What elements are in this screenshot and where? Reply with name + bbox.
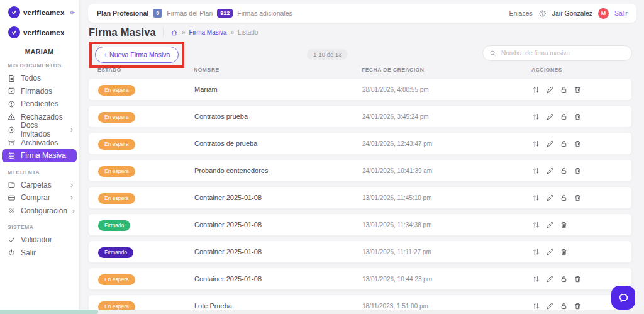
- pagination-label: 1-10 de 13: [307, 49, 348, 60]
- trash-icon[interactable]: [574, 275, 582, 283]
- sidebar-item-docs-invitados[interactable]: Docs invitados ›: [0, 123, 79, 137]
- sidebar-item-label: Firma Masiva: [21, 151, 66, 160]
- help-question-icon[interactable]: [538, 9, 547, 18]
- pencil-icon[interactable]: [546, 275, 554, 283]
- sidebar-item-carpetas[interactable]: Carpetas ›: [0, 179, 79, 192]
- section-label-mi-cuenta: MI CUENTA: [8, 169, 79, 176]
- sort-icon[interactable]: [532, 86, 540, 94]
- trash-icon[interactable]: [574, 86, 582, 94]
- sidebar-item-archivados[interactable]: Archivados: [0, 137, 79, 150]
- sidebar-item-label: Validador: [21, 235, 52, 244]
- row-date: 28/01/2026, 4:00:55 pm: [362, 86, 532, 93]
- new-firma-masiva-button[interactable]: + Nueva Firma Masiva: [95, 47, 179, 63]
- alert-circle-icon: [8, 100, 16, 108]
- sidebar-item-firma-masiva[interactable]: Firma Masiva: [2, 149, 77, 162]
- lock-icon[interactable]: [560, 194, 568, 202]
- sort-icon[interactable]: [532, 275, 540, 283]
- breadcrumb-separator: »: [182, 29, 186, 36]
- status-badge: En espera: [98, 112, 135, 123]
- gear-icon: [8, 206, 16, 215]
- table-row: En espera Contratos de prueba 24/01/2026…: [88, 132, 632, 155]
- table-row: En espera Container 2025-01-08 13/01/202…: [88, 267, 632, 290]
- sidebar-collapse-toggle-icon[interactable]: [70, 8, 75, 17]
- pencil-icon[interactable]: [546, 221, 554, 229]
- pencil-icon[interactable]: [546, 140, 554, 148]
- horizontal-scrollbar[interactable]: [0, 310, 644, 314]
- circle-dot-icon: [8, 126, 16, 134]
- row-name: Contratos de prueba: [194, 140, 362, 147]
- trash-icon[interactable]: [574, 302, 582, 310]
- links-button[interactable]: Enlaces: [509, 9, 532, 17]
- sidebar-item-pendientes[interactable]: Pendientes: [0, 98, 79, 111]
- sort-icon[interactable]: [532, 140, 540, 148]
- brand-name: verificamex: [23, 9, 65, 16]
- trash-icon[interactable]: [574, 140, 582, 148]
- sort-icon[interactable]: [532, 113, 540, 121]
- row-name: Container 2025-01-08: [194, 275, 362, 283]
- status-badge: Firmando: [98, 247, 133, 258]
- sort-icon[interactable]: [532, 194, 540, 202]
- status-badge: En espera: [98, 85, 135, 96]
- document-icon: [8, 74, 16, 82]
- sidebar-item-validador[interactable]: Validador: [0, 233, 79, 247]
- search-box[interactable]: [482, 45, 632, 61]
- breadcrumb-firma-masiva[interactable]: Firma Masiva: [189, 29, 227, 36]
- row-date: 18/11/2023, 1:51:00 pm: [362, 303, 532, 310]
- pencil-icon[interactable]: [546, 86, 554, 94]
- trash-icon[interactable]: [560, 248, 568, 256]
- row-date: 13/01/2026, 11:34:38 pm: [362, 221, 532, 228]
- lock-icon[interactable]: [560, 302, 568, 310]
- check-icon: [8, 236, 16, 244]
- plan-label: Plan Profesional: [97, 9, 148, 17]
- pencil-icon[interactable]: [546, 194, 554, 202]
- trash-icon[interactable]: [574, 113, 582, 121]
- lock-icon[interactable]: [560, 86, 568, 94]
- pencil-icon[interactable]: [546, 113, 554, 121]
- section-label-mis-documentos: MIS DOCUMENTOS: [8, 62, 79, 69]
- annotation-highlight-box: + Nueva Firma Masiva: [89, 42, 184, 68]
- breadcrumb: » Firma Masiva » Listado: [163, 27, 258, 38]
- pencil-icon[interactable]: [546, 302, 554, 310]
- sort-icon[interactable]: [532, 167, 540, 175]
- row-date: 24/01/2026, 12:43:47 pm: [362, 140, 532, 147]
- sidebar-item-firmados[interactable]: Firmados: [0, 85, 79, 98]
- sort-icon[interactable]: [532, 302, 540, 310]
- chat-fab-button[interactable]: [611, 286, 635, 310]
- search-input[interactable]: [500, 49, 625, 57]
- sidebar-item-configuracion[interactable]: Configuración ›: [0, 205, 79, 218]
- logout-link[interactable]: Salir: [614, 9, 628, 17]
- sidebar-logo: verificamex: [0, 18, 79, 38]
- sidebar-item-label: Docs invitados: [21, 121, 65, 138]
- row-date: 24/01/2026, 3:45:24 pm: [362, 113, 532, 120]
- col-nombre: NOMBRE: [194, 67, 362, 73]
- sidebar-item-comprar[interactable]: Comprar ›: [0, 191, 79, 205]
- table-body: En espera Mariam 28/01/2026, 4:00:55 pm …: [88, 78, 632, 314]
- lock-icon[interactable]: [560, 140, 568, 148]
- sidebar-item-todos[interactable]: Todos: [0, 72, 79, 85]
- sort-icon[interactable]: [532, 221, 540, 229]
- scrollbar-thumb[interactable]: [0, 310, 98, 314]
- trash-icon[interactable]: [574, 194, 582, 202]
- chevron-right-icon: ›: [72, 207, 75, 215]
- pencil-icon[interactable]: [546, 167, 554, 175]
- trash-icon[interactable]: [574, 167, 582, 175]
- trash-icon[interactable]: [560, 221, 568, 229]
- row-name: Mariam: [194, 86, 362, 93]
- row-name: Contratos prueba: [194, 113, 362, 120]
- search-icon: [489, 50, 496, 57]
- plan-signatures-label: Firmas del Plan: [167, 9, 213, 17]
- home-icon[interactable]: [170, 29, 178, 36]
- lock-icon[interactable]: [560, 275, 568, 283]
- user-name[interactable]: Jair Gonzalez: [552, 9, 592, 17]
- sidebar-item-salir[interactable]: Salir: [0, 247, 79, 260]
- avatar[interactable]: M: [598, 8, 609, 19]
- pencil-icon[interactable]: [546, 248, 554, 256]
- sort-icon[interactable]: [532, 248, 540, 256]
- row-name: Probando contenedores: [194, 167, 362, 174]
- row-date: 13/01/2026, 11:45:10 pm: [362, 194, 532, 201]
- sidebar-item-label: Rechazados: [21, 113, 63, 121]
- lock-icon[interactable]: [560, 167, 568, 175]
- status-badge: Firmado: [98, 220, 130, 231]
- lock-icon[interactable]: [560, 113, 568, 121]
- sidebar: verificamex verificamex MARIAM MIS DOCUM…: [0, 0, 79, 314]
